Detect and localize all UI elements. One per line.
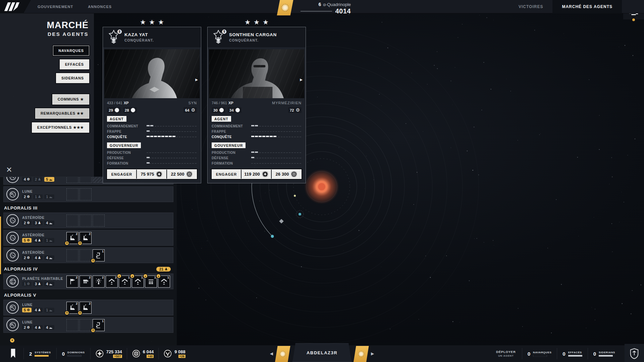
scroll-down-button[interactable]: ▼	[9, 338, 15, 343]
prev-player-arrow[interactable]: ◀	[270, 351, 273, 356]
gear-badge-icon: ⚙	[91, 328, 96, 333]
mountain-icon	[49, 222, 53, 225]
filter-button-siderians[interactable]: SIDERIANS	[56, 73, 89, 83]
stat-name: COMMANDEMENT	[212, 124, 251, 128]
panel-title-line1: MARCHÉ	[0, 20, 89, 31]
asteroid-icon	[9, 234, 16, 242]
stat-bar	[251, 125, 302, 127]
price-credits: 75 975	[137, 170, 166, 179]
slot-depot[interactable]: 2	[79, 276, 92, 288]
chip-person: 4♟	[33, 238, 43, 243]
skill-value: 64	[185, 108, 190, 112]
filter-button-exceptionnels[interactable]: EXCEPTIONNELS ★★★	[32, 122, 89, 133]
banner-emblem-icon	[358, 351, 364, 357]
agent-card[interactable]: ★★★8KAZA YATCONQUÉRANT.▶433 / 641XPSYN29…	[103, 27, 201, 183]
bookmark-icon[interactable]	[10, 348, 16, 359]
game-logo[interactable]	[0, 0, 31, 13]
slot-count: 2	[76, 276, 77, 279]
app-root: GOUVERNEMENTANNONCES 6α-Quadrinople 4014…	[0, 0, 644, 362]
chip-person: 4♟	[33, 308, 43, 312]
next-player-arrow[interactable]: ▶	[371, 351, 374, 356]
rank-emblem-icon: 9	[212, 30, 225, 45]
filter-button-effacés[interactable]: EFFACÉS	[60, 59, 89, 69]
colony-row[interactable]: PLANÈTE HABITABLE1⚙3♟422221▲1▲1▲1▲	[3, 274, 173, 289]
slot-beacon[interactable]: 2	[93, 276, 105, 288]
filter-button-navarques[interactable]: NAVARQUES	[53, 46, 89, 56]
notification-dot[interactable]	[631, 17, 636, 22]
slot-house[interactable]: 1▲	[158, 276, 170, 288]
factory-icon	[69, 304, 76, 311]
tab-victoires[interactable]: VICTOIRES	[509, 0, 552, 13]
badge-value: 21	[159, 267, 163, 271]
colony-info: ASTÉROÏDE5⚙4♟1	[22, 233, 63, 243]
slot-house[interactable]: 2	[106, 276, 118, 288]
slot-house[interactable]: 1▲	[132, 276, 144, 288]
slot-empty[interactable]	[79, 249, 92, 261]
slot-empty[interactable]	[66, 177, 78, 183]
menu-item-annonces[interactable]: ANNONCES	[88, 5, 112, 9]
filter-button-remarquables[interactable]: REMARQUABLES ★★	[35, 108, 89, 119]
person-icon: ♟	[165, 267, 168, 271]
slot-factory[interactable]: 2⚙	[66, 232, 78, 244]
portrait-next-arrow[interactable]: ▶	[300, 78, 303, 81]
slot-empty[interactable]	[66, 319, 78, 331]
crane-icon	[95, 321, 102, 329]
colony-row[interactable]: ASTÉROÏDE2⚙4♟41⚙	[3, 247, 173, 263]
stat-row-production: PRODUCTION	[212, 150, 302, 155]
slot-count: 2	[89, 232, 91, 236]
slot-crane[interactable]: 1⚙	[93, 319, 105, 331]
slot-house[interactable]: 1▲	[119, 276, 131, 288]
player-banner-left[interactable]	[275, 346, 290, 362]
colony-type: LUNE	[22, 189, 63, 193]
colony-row[interactable]: ASTÉROÏDE5⚙4♟12⚙2⚙	[3, 230, 173, 246]
agent-level-badge: 8	[117, 29, 122, 35]
deploy-agent-button[interactable]: DÉPLOYER UN AGENT	[490, 350, 522, 357]
stat-row-conquête: CONQUÊTE	[107, 134, 197, 139]
section-header: ALPORALIS V	[4, 293, 171, 298]
stat-name: COMMANDEMENT	[107, 124, 147, 128]
slot-flag[interactable]: 2	[66, 276, 78, 288]
slot-people[interactable]: 1▲	[145, 276, 157, 288]
chip-mountain: 5	[44, 177, 54, 182]
counter-dominions: 0DOMINIONS	[56, 348, 90, 359]
scrollbar-indicator[interactable]	[0, 217, 1, 274]
slot-empty[interactable]	[66, 249, 78, 261]
player-banner-right[interactable]	[354, 346, 369, 362]
colony-row[interactable]: LUNE2⚙1♟1	[3, 186, 173, 202]
engage-button[interactable]: ENGAGER	[107, 170, 137, 179]
colony-row[interactable]: LUNE5⚙4♟12⚙2⚙	[3, 300, 173, 315]
agent-card[interactable]: ★★★9SONTHIEN CARGANCONQUÉRANT.▶746 / 961…	[207, 27, 306, 183]
slot-empty[interactable]	[66, 188, 78, 200]
stat-segment	[154, 136, 157, 137]
colony-row[interactable]: ASTÉROÏDE2⚙3♟4	[3, 213, 173, 228]
chip-gear: 5⚙	[22, 238, 32, 243]
filter-button-communs[interactable]: COMMUNS ★	[52, 94, 89, 105]
slot-crane[interactable]: 1⚙	[93, 249, 105, 261]
turn-year-row: 4014	[301, 7, 351, 15]
slot-factory[interactable]: 2⚙	[79, 232, 92, 244]
tab-marché-des-agents[interactable]: MARCHÉ DES AGENTS	[552, 0, 622, 13]
agent-class: CONQUÉRANT.	[124, 38, 154, 42]
slot-count: 2	[89, 302, 91, 305]
portrait-next-arrow[interactable]: ▶	[195, 78, 198, 81]
slot-empty[interactable]	[79, 177, 92, 183]
slot-empty[interactable]	[79, 215, 92, 227]
slot-empty[interactable]	[79, 319, 92, 331]
slot-empty[interactable]	[79, 188, 92, 200]
slot-empty[interactable]	[66, 215, 78, 227]
section-name: ALPORALIS V	[4, 293, 36, 298]
agent-count-label-col: EFFACÉS	[568, 351, 582, 357]
colony-row[interactable]: LUNE2⚙4♟41⚙	[3, 317, 173, 333]
player-name-plaque[interactable]: ABDELAZ3R	[292, 343, 352, 362]
slot-factory[interactable]: 2⚙	[66, 302, 78, 314]
close-button[interactable]: ✕	[6, 166, 12, 174]
slot-factory[interactable]: 2⚙	[79, 302, 92, 314]
agents-roster-button[interactable]	[625, 344, 644, 362]
credits-icon	[262, 171, 268, 177]
menu-item-gouvernement[interactable]: GOUVERNEMENT	[38, 5, 73, 9]
slot-empty[interactable]	[93, 215, 105, 227]
stat-name: DÉFENSE	[212, 156, 251, 160]
factory-icon	[69, 234, 76, 242]
engage-button[interactable]: ENGAGER	[212, 170, 241, 179]
turn-banner[interactable]	[277, 0, 293, 15]
